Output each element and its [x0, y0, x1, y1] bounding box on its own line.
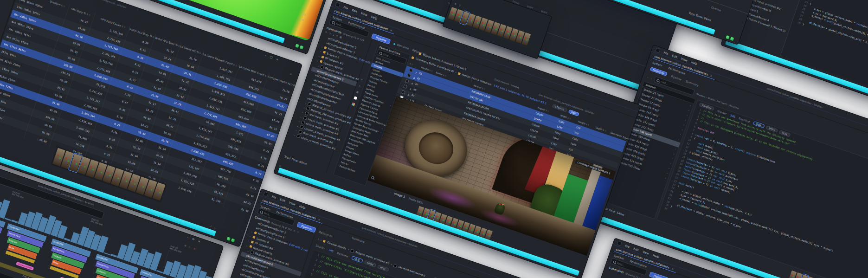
- warning-icon[interactable]: ⚠: [193, 247, 196, 250]
- tab-pipeline[interactable]: Pipeline: [671, 74, 682, 81]
- chevron-right-icon: ›: [389, 103, 392, 108]
- tab-close-icon[interactable]: ×: [710, 74, 713, 78]
- tree-item-icon: [249, 245, 252, 248]
- tab-close-icon[interactable]: ×: [318, 218, 321, 221]
- capture-buttons[interactable]: [726, 35, 734, 41]
- chevron-right-icon: ›: [666, 171, 669, 176]
- close-button[interactable]: ×: [276, 58, 279, 62]
- minimize-button[interactable]: –: [186, 235, 189, 239]
- tree-item-icon: [308, 102, 312, 106]
- record-button[interactable]: [295, 44, 299, 48]
- palette-icon[interactable]: [352, 103, 355, 106]
- menu-item[interactable]: File: [663, 51, 669, 56]
- grid-icon[interactable]: ▦: [339, 35, 342, 39]
- breadcrumb-draw[interactable]: vkCmdDrawIndexed 0: [398, 265, 425, 277]
- shader-id[interactable]: 346: [730, 113, 736, 118]
- tree-item-icon: [251, 240, 254, 243]
- menu-item[interactable]: File: [343, 6, 349, 10]
- refresh-icon[interactable]: ⟳: [289, 72, 292, 76]
- twisty-icon: [295, 129, 298, 132]
- chevron-right-icon: ›: [664, 175, 667, 181]
- sort-icon[interactable]: ⇅: [454, 2, 457, 6]
- capture-buttons[interactable]: [295, 44, 303, 49]
- menu-item[interactable]: Edit: [672, 54, 678, 58]
- language-toggle[interactable]: HLSL: [377, 265, 389, 272]
- opaque-icon: [323, 239, 326, 242]
- record-button[interactable]: [226, 237, 231, 241]
- nav-forward-icon[interactable]: ›: [416, 51, 418, 54]
- queue-icon: [419, 52, 422, 55]
- nav-back-icon[interactable]: ‹: [413, 50, 415, 53]
- menu-item[interactable]: File: [271, 195, 277, 200]
- next-icon[interactable]: ▾: [336, 34, 338, 37]
- twisty-icon: [318, 54, 321, 58]
- twisty-icon: [247, 249, 250, 252]
- outline-label[interactable]: Outline: [711, 6, 721, 12]
- row-checkbox[interactable]: [405, 79, 409, 83]
- menu-item[interactable]: Edit: [352, 8, 358, 13]
- menu-item[interactable]: Help: [299, 204, 306, 209]
- tree-item-icon: [296, 134, 301, 138]
- pin-icon[interactable]: ⊙: [279, 164, 282, 168]
- tab-close-icon[interactable]: ×: [390, 28, 393, 32]
- filter-icon[interactable]: ▽: [329, 32, 332, 35]
- refresh-icon[interactable]: ⟳: [325, 31, 328, 34]
- chevron-right-icon: ›: [681, 127, 684, 132]
- menu-item[interactable]: Edit: [633, 247, 639, 252]
- refresh-icon[interactable]: ⟳: [192, 237, 195, 241]
- gear-icon[interactable]: ⚙: [184, 244, 187, 247]
- white-square-icon[interactable]: [354, 96, 357, 100]
- chevron-right-icon: ›: [391, 263, 392, 265]
- row-checkbox[interactable]: [403, 84, 407, 89]
- nav-back-icon[interactable]: ‹: [647, 75, 649, 78]
- nav-forward-icon[interactable]: ›: [650, 77, 652, 79]
- language-toggle[interactable]: SPIRV: [364, 260, 376, 267]
- language-toggle[interactable]: GLSL: [351, 256, 363, 263]
- filter-icon[interactable]: ▽: [459, 4, 462, 7]
- menu-item[interactable]: Help: [691, 60, 698, 65]
- side-toolbar: ⟳: [289, 72, 292, 76]
- capture-button[interactable]: [231, 238, 235, 242]
- search-icon: [656, 78, 660, 82]
- tree-item-icon: [306, 107, 310, 111]
- ruler-tick: 0:02:20 640 500 000: [169, 245, 183, 254]
- chevron-right-icon: ›: [671, 156, 674, 162]
- nav-forward-icon[interactable]: ›: [320, 239, 322, 241]
- refresh-icon[interactable]: ⟳: [360, 78, 363, 81]
- tab-close-icon[interactable]: ×: [671, 267, 675, 271]
- row-checkbox[interactable]: [407, 73, 411, 78]
- menu-item[interactable]: View: [289, 200, 296, 206]
- fit-icon[interactable]: ⊢: [214, 226, 217, 229]
- shader-id[interactable]: 346: [328, 248, 334, 252]
- chevron-right-icon: ›: [689, 103, 692, 108]
- chevron-right-icon: ›: [686, 113, 688, 118]
- nav-back-icon[interactable]: ‹: [317, 238, 319, 240]
- grid-icon[interactable]: ▦: [356, 90, 359, 93]
- filter-icon[interactable]: ▽: [297, 230, 300, 233]
- capture-buttons[interactable]: [226, 237, 235, 242]
- menu-item[interactable]: View: [681, 57, 688, 62]
- row-checkbox[interactable]: [401, 90, 405, 94]
- capture-button[interactable]: [730, 37, 734, 41]
- twisty-icon: [296, 124, 299, 127]
- minimize-button[interactable]: –: [264, 53, 267, 58]
- resize-icon[interactable]: ⤢: [209, 225, 212, 228]
- maximize-button[interactable]: □: [270, 55, 273, 60]
- tree-item-icon: [303, 116, 307, 120]
- menu-item[interactable]: Help: [652, 253, 659, 259]
- row-checkbox[interactable]: [409, 68, 413, 72]
- prev-icon[interactable]: ▴: [333, 33, 334, 36]
- menu-item[interactable]: File: [625, 244, 630, 249]
- menu-item[interactable]: Help: [371, 15, 378, 20]
- command-buffer-icon: [411, 56, 414, 59]
- refresh-icon[interactable]: ⟳: [293, 229, 296, 232]
- capture-button[interactable]: [300, 45, 304, 50]
- menu-item[interactable]: View: [642, 250, 649, 255]
- close-button[interactable]: ×: [198, 239, 201, 244]
- prev-image-icon[interactable]: ‹: [390, 190, 392, 193]
- record-button[interactable]: [726, 35, 730, 39]
- menu-item[interactable]: View: [360, 11, 368, 16]
- add-icon[interactable]: +: [358, 84, 361, 87]
- menu-item[interactable]: Edit: [280, 198, 286, 202]
- fit-icon[interactable]: ⊢: [189, 246, 192, 249]
